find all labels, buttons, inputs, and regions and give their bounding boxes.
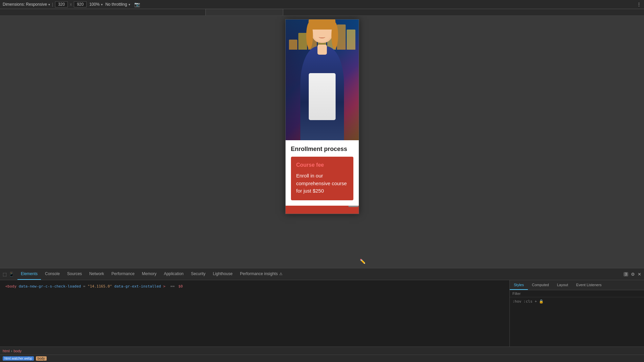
styles-hover-actions: :hov :cls + 🔒 (510, 297, 644, 306)
file-tag-label: html.watcher.webp (4, 357, 32, 360)
throttle-chevron-icon: ▾ (129, 3, 130, 6)
course-fee-card: Course fee Enroll in our comprehensive c… (291, 157, 353, 200)
tab-security[interactable]: Security (188, 268, 209, 280)
breadcrumb-body[interactable]: body (13, 349, 21, 353)
devtools-content: <body data-new-gr-c-s-check-loaded = "14… (0, 280, 644, 347)
separator: | (52, 2, 53, 7)
filter-label: Filter (512, 292, 521, 296)
html-tag: <body (5, 284, 16, 289)
tag-close: > (163, 284, 165, 289)
person-neck (317, 45, 327, 55)
right-tabs: Styles Computed Layout Event Listeners (510, 280, 644, 290)
devtools-tabs: ⬚ 📱 Elements Console Sources Network Per… (0, 268, 644, 280)
person-hair (308, 19, 335, 30)
zoom-label: 100% (89, 2, 100, 7)
tab-elements[interactable]: Elements (17, 268, 41, 280)
preview-area: Enrollment process Course fee Enroll in … (0, 16, 644, 268)
close-devtools-icon[interactable]: ✕ (638, 272, 641, 277)
screenshot-icon[interactable]: 📷 (134, 2, 140, 7)
breadcrumb-separator-1: › (11, 349, 12, 353)
main-area: Enrollment process Course fee Enroll in … (0, 16, 644, 268)
body-tag-label: body (38, 357, 45, 360)
dimension-label: Dimensions: Responsive (3, 2, 47, 7)
enrollment-section: Enrollment process Course fee Enroll in … (286, 140, 359, 206)
person-container (295, 26, 349, 140)
devtools-panel: ⬚ 📱 Elements Console Sources Network Per… (0, 268, 644, 362)
tab-right-actions: 3 ⚙ ✕ (624, 272, 641, 277)
styles-panel: Styles Computed Layout Event Listeners F… (510, 280, 644, 347)
breadcrumb-html[interactable]: html (3, 349, 10, 353)
mobile-frame: Enrollment process Course fee Enroll in … (285, 19, 359, 214)
ruler-highlight (205, 9, 283, 15)
device-icon[interactable]: 📱 (9, 272, 14, 277)
tab-application[interactable]: Application (160, 268, 187, 280)
filter-input[interactable] (522, 292, 641, 296)
settings-icon[interactable]: ⚙ (631, 272, 635, 277)
console-eq: == (170, 284, 175, 289)
card-bottom-area (286, 206, 359, 214)
status-bar: html.watcher.webp body (0, 355, 644, 362)
breadcrumb-bar: html › body (0, 347, 644, 355)
tab-styles[interactable]: Styles (510, 280, 528, 290)
x-separator: x (70, 2, 72, 7)
hover-text: :hov :cls + 🔒 (512, 299, 544, 304)
width-input[interactable] (55, 1, 68, 7)
dimension-chevron-icon: ▾ (48, 3, 50, 6)
attr-name-2: data-gr-ext-installed (114, 284, 161, 289)
zoom-selector[interactable]: 100% ▾ (89, 2, 103, 7)
course-fee-description: Enroll in our comprehensive course for j… (296, 172, 348, 195)
tab-perf-insights[interactable]: Performance insights ⚠ (237, 268, 286, 280)
attr-name-1: data-new-gr-c-s-check-loaded (19, 284, 81, 289)
throttle-selector[interactable]: No throttling ▾ (105, 2, 130, 7)
person-head (311, 19, 333, 43)
tab-console[interactable]: Console (42, 268, 63, 280)
devtools-topbar: Dimensions: Responsive ▾ | x 100% ▾ No t… (0, 0, 644, 9)
eq-1: = (83, 284, 86, 289)
inspect-icon[interactable]: ⬚ (3, 272, 7, 277)
tab-icons: ⬚ 📱 (3, 272, 14, 277)
attr-value-1: "14.1165.0" (88, 284, 112, 289)
ruler-bar (0, 9, 644, 16)
person-smile (319, 36, 326, 38)
element-info: <body data-new-gr-c-s-check-loaded = "14… (3, 282, 507, 291)
more-options-icon[interactable]: ⋮ (637, 2, 641, 7)
dimension-selector[interactable]: Dimensions: Responsive ▾ (3, 2, 50, 7)
perf-insights-icon: ⚠ (279, 272, 283, 276)
tab-sources[interactable]: Sources (64, 268, 85, 280)
filter-bar: Filter (510, 290, 644, 297)
tab-layout[interactable]: Layout (553, 280, 572, 290)
throttle-label: No throttling (105, 2, 127, 7)
tab-memory[interactable]: Memory (139, 268, 160, 280)
tab-event-listeners[interactable]: Event Listeners (572, 280, 606, 290)
scroll-indicator (348, 206, 358, 207)
person-shirt (309, 73, 336, 120)
elements-panel: <body data-new-gr-c-s-check-loaded = "14… (0, 280, 510, 347)
hero-image (286, 19, 359, 140)
edit-icon[interactable]: ✏️ (360, 259, 365, 264)
badge-count: 3 (624, 272, 628, 276)
course-fee-label: Course fee (296, 162, 348, 168)
file-tag[interactable]: html.watcher.webp (3, 356, 34, 361)
console-dollar: $0 (178, 284, 183, 289)
enrollment-title: Enrollment process (291, 146, 353, 153)
zoom-chevron-icon: ▾ (101, 3, 103, 6)
height-input[interactable] (74, 1, 87, 7)
tab-performance[interactable]: Performance (108, 268, 138, 280)
tab-network[interactable]: Network (86, 268, 107, 280)
body-tag[interactable]: body (36, 356, 47, 361)
tab-lighthouse[interactable]: Lighthouse (209, 268, 236, 280)
tab-computed[interactable]: Computed (528, 280, 553, 290)
